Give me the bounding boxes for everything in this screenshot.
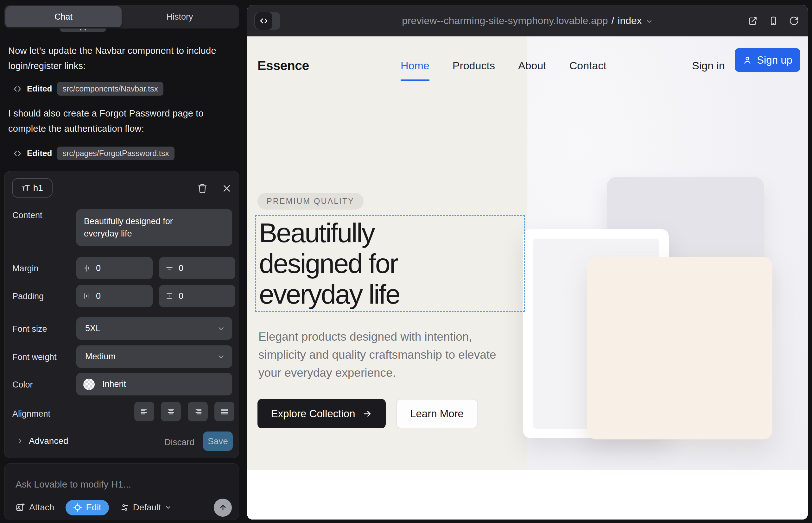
align-left-button[interactable] [134, 402, 154, 421]
url-domain: preview--charming-site-symphony.lovable.… [402, 15, 608, 26]
margin-y-input[interactable]: 0 [159, 257, 235, 279]
edited-label: Edited [27, 84, 52, 94]
explore-collection-button[interactable]: Explore Collection [258, 399, 386, 428]
url-page: index [618, 15, 642, 26]
close-editor-button[interactable] [220, 182, 233, 195]
smartphone-icon [768, 16, 778, 26]
mobile-view-button[interactable] [768, 16, 778, 26]
align-center-button[interactable] [161, 402, 181, 421]
site-navbar: Essence Home Products About Contact Sign… [258, 48, 800, 83]
chevron-down-icon [217, 325, 225, 333]
element-tag: h1 [33, 183, 43, 193]
url-separator: / [611, 15, 614, 26]
margin-x-input[interactable]: 0 [76, 257, 153, 279]
margin-y-value: 0 [179, 264, 183, 273]
edit-mode-chip[interactable]: Edit [66, 500, 109, 516]
text-size-icon: ᴛT [21, 184, 29, 193]
panel-tabs: Chat History [4, 5, 239, 29]
delete-element-button[interactable] [196, 182, 209, 195]
edit-label: Edit [86, 502, 101, 512]
image-plus-icon [16, 503, 25, 512]
code-icon [13, 85, 22, 93]
nav-about[interactable]: About [518, 59, 546, 72]
refresh-button[interactable] [789, 16, 799, 26]
mode-label: Default [133, 502, 161, 512]
align-justify-button[interactable] [214, 402, 234, 421]
font-weight-value: Medium [85, 352, 116, 362]
align-right-button[interactable] [188, 402, 208, 421]
font-size-value: 5XL [85, 324, 100, 333]
padding-horizontal-icon [83, 292, 91, 300]
advanced-toggle[interactable]: Advanced [16, 436, 68, 446]
settings-sliders-icon [120, 503, 129, 512]
hero-heading[interactable]: Beautifully designed for everyday life [259, 217, 400, 310]
external-link-icon [748, 16, 758, 26]
file-chip[interactable]: src/components/Navbar.tsx [57, 82, 163, 96]
open-external-button[interactable] [748, 16, 758, 26]
mode-select[interactable]: Default [120, 502, 172, 512]
chevron-right-icon [16, 437, 24, 445]
decorative-card-cream [587, 257, 772, 439]
element-editor-panel: ᴛT h1 Content Beautifully designed for e… [4, 171, 239, 458]
font-size-select[interactable]: 5XL [76, 317, 232, 340]
chat-message: Now let's update the Navbar component to… [8, 43, 217, 73]
site-viewport: Essence Home Products About Contact Sign… [247, 36, 808, 520]
padding-vertical-icon [165, 292, 174, 300]
chevron-down-icon [165, 504, 172, 511]
send-button[interactable] [214, 499, 232, 517]
explore-label: Explore Collection [271, 408, 355, 420]
next-section-background [247, 470, 808, 520]
margin-x-value: 0 [96, 264, 101, 273]
url-bar[interactable]: preview--charming-site-symphony.lovable.… [247, 5, 808, 36]
arrow-up-icon [218, 503, 227, 512]
crosshair-icon [73, 503, 82, 512]
chevron-down-icon [646, 18, 653, 25]
margin-label: Margin [12, 264, 39, 273]
save-button[interactable]: Save [203, 432, 233, 451]
nav-products[interactable]: Products [453, 59, 495, 72]
attach-label: Attach [29, 502, 54, 512]
chat-message: I should also create a Forgot Password p… [8, 106, 217, 136]
prompt-input[interactable]: Ask Lovable to modify H1... [16, 479, 131, 490]
margin-horizontal-icon [83, 264, 91, 272]
preview-window: preview--charming-site-symphony.lovable.… [247, 5, 808, 520]
edited-file-row: Edited src/pages/ForgotPassword.tsx [13, 147, 175, 160]
content-label: Content [12, 211, 42, 220]
refresh-icon [789, 16, 799, 26]
color-select[interactable]: Inherit [76, 373, 232, 395]
attach-button[interactable]: Attach [16, 502, 54, 512]
element-tag-chip: ᴛT h1 [12, 178, 53, 198]
chat-panel: Chat History Now let's update the Navbar… [0, 0, 246, 523]
margin-vertical-icon [165, 264, 174, 272]
tab-chat[interactable]: Chat [5, 6, 122, 27]
font-weight-label: Font weight [12, 353, 57, 362]
padding-x-input[interactable]: 0 [76, 285, 153, 307]
padding-y-input[interactable]: 0 [159, 285, 235, 307]
nav-contact[interactable]: Contact [569, 59, 606, 72]
font-size-label: Font size [12, 324, 47, 334]
color-swatch-transparent [83, 379, 95, 390]
edited-file-row: Edited src/components/Navbar.tsx [13, 82, 163, 96]
user-icon [743, 55, 752, 65]
content-input[interactable]: Beautifully designed for everyday life [76, 209, 232, 246]
edited-label: Edited [27, 148, 52, 158]
prompt-composer: Ask Lovable to modify H1... Attach Edit … [4, 463, 239, 520]
sign-up-label: Sign up [757, 54, 792, 66]
chevron-down-icon [217, 353, 225, 361]
padding-label: Padding [12, 292, 44, 301]
tab-history[interactable]: History [122, 6, 238, 27]
browser-bar: preview--charming-site-symphony.lovable.… [247, 5, 808, 36]
nav-home[interactable]: Home [401, 59, 429, 72]
discard-button[interactable]: Discard [164, 437, 194, 447]
file-chip[interactable]: src/pages/ForgotPassword.tsx [57, 147, 174, 160]
sign-up-button[interactable]: Sign up [735, 48, 800, 72]
site-logo[interactable]: Essence [258, 58, 309, 73]
sign-in-link[interactable]: Sign in [692, 59, 725, 72]
code-icon [13, 149, 22, 158]
alignment-label: Alignment [12, 409, 50, 419]
font-weight-select[interactable]: Medium [76, 345, 232, 368]
learn-more-button[interactable]: Learn More [396, 399, 478, 428]
premium-badge: PREMIUM QUALITY [258, 193, 364, 210]
arrow-right-icon [363, 409, 372, 418]
hero-description: Elegant products designed with intention… [259, 328, 515, 382]
